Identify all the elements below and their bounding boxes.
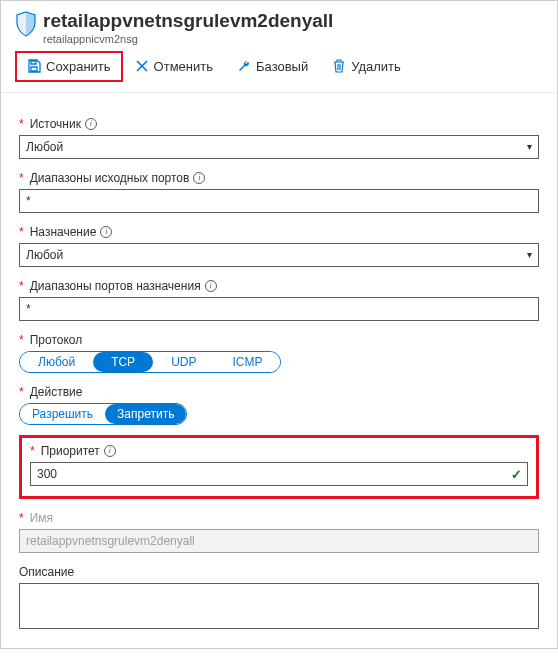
chevron-down-icon: ▾ [527, 141, 532, 152]
dest-ports-input[interactable] [19, 297, 539, 321]
action-deny[interactable]: Запретить [105, 404, 186, 424]
priority-section: *Приоритет i ✓ [19, 435, 539, 499]
basic-button[interactable]: Базовый [225, 51, 320, 82]
cancel-label: Отменить [154, 59, 213, 74]
chevron-down-icon: ▾ [527, 249, 532, 260]
protocol-udp[interactable]: UDP [153, 352, 214, 372]
source-label: *Источник i [19, 117, 539, 131]
source-ports-label: *Диапазоны исходных портов i [19, 171, 539, 185]
action-group: Разрешить Запретить [19, 403, 187, 425]
name-input [19, 529, 539, 553]
page-title: retailappvnetnsgrulevm2denyall [43, 11, 543, 32]
protocol-icmp[interactable]: ICMP [214, 352, 280, 372]
source-select[interactable]: Любой ▾ [19, 135, 539, 159]
info-icon[interactable]: i [205, 280, 217, 292]
action-allow[interactable]: Разрешить [20, 404, 105, 424]
protocol-tcp[interactable]: TCP [93, 352, 153, 372]
description-input[interactable] [19, 583, 539, 629]
name-label: *Имя [19, 511, 539, 525]
protocol-label: *Протокол [19, 333, 539, 347]
page-subtitle: retailappnicvm2nsg [43, 33, 543, 45]
protocol-any[interactable]: Любой [20, 352, 93, 372]
info-icon[interactable]: i [193, 172, 205, 184]
save-icon [27, 59, 41, 73]
info-icon[interactable]: i [85, 118, 97, 130]
save-label: Сохранить [46, 59, 111, 74]
priority-input[interactable] [30, 462, 528, 486]
protocol-group: Любой TCP UDP ICMP [19, 351, 281, 373]
check-icon: ✓ [511, 466, 522, 481]
toolbar: Сохранить Отменить Базовый Удалить [1, 47, 557, 92]
source-ports-input[interactable] [19, 189, 539, 213]
priority-label: *Приоритет i [30, 444, 528, 458]
delete-label: Удалить [351, 59, 401, 74]
info-icon[interactable]: i [100, 226, 112, 238]
close-icon [135, 59, 149, 73]
info-icon[interactable]: i [104, 445, 116, 457]
divider [1, 92, 557, 93]
dest-ports-label: *Диапазоны портов назначения i [19, 279, 539, 293]
wrench-icon [237, 59, 251, 73]
shield-icon [15, 11, 37, 40]
description-label: Описание [19, 565, 539, 579]
action-label: *Действие [19, 385, 539, 399]
trash-icon [332, 59, 346, 73]
save-button[interactable]: Сохранить [15, 51, 123, 82]
delete-button[interactable]: Удалить [320, 51, 413, 82]
destination-select[interactable]: Любой ▾ [19, 243, 539, 267]
basic-label: Базовый [256, 59, 308, 74]
cancel-button[interactable]: Отменить [123, 51, 225, 82]
destination-label: *Назначение i [19, 225, 539, 239]
